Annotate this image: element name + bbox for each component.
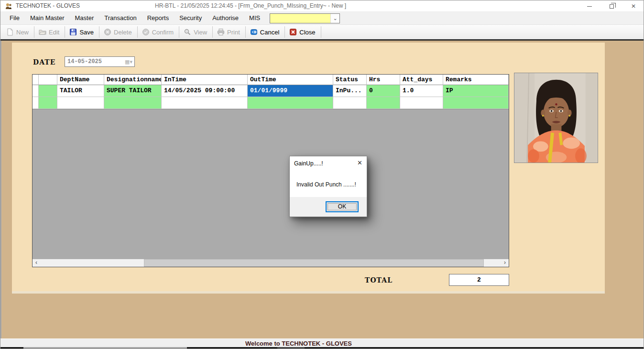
scrollbar-track[interactable] — [40, 259, 501, 267]
scrollbar-thumb[interactable] — [144, 259, 484, 267]
grid-header-indicator[interactable] — [39, 75, 57, 85]
total-label: TOTAL — [365, 276, 393, 284]
cancel-button-label: Cancel — [260, 29, 279, 36]
cell-attdays[interactable] — [400, 97, 443, 109]
row-header-cell[interactable] — [33, 85, 39, 97]
grid-header-intime[interactable]: InTime — [162, 75, 248, 85]
grid-header-remarks[interactable]: Remarks — [443, 75, 509, 85]
scroll-right-icon[interactable]: › — [501, 259, 509, 267]
menu-file[interactable]: File — [4, 12, 25, 24]
print-button[interactable]: Print — [214, 27, 244, 37]
cell-designationname[interactable] — [104, 97, 162, 109]
grid-header-attdays[interactable]: Att_days — [400, 75, 443, 85]
cell-outtime[interactable] — [248, 97, 333, 109]
grid-header-outtime[interactable]: OutTime — [248, 75, 333, 85]
toolbar-separator — [34, 26, 34, 38]
menu-master[interactable]: Master — [69, 12, 99, 24]
close-button[interactable]: ✕ — [622, 0, 644, 12]
menu-mis[interactable]: MIS — [244, 12, 265, 24]
cell-hrs[interactable]: 0 — [367, 85, 400, 97]
cancel-undo-icon — [250, 28, 258, 36]
quick-search-combobox[interactable]: ⌄ — [270, 13, 340, 23]
menu-main-master[interactable]: Main Master — [25, 12, 70, 24]
cell-intime[interactable] — [162, 97, 248, 109]
view-magnifier-icon — [184, 28, 191, 36]
dialog-title[interactable]: GainUp.....! — [294, 160, 323, 167]
menu-authorise[interactable]: Authorise — [207, 12, 244, 24]
attendance-grid: DeptName Designationname InTime OutTime … — [32, 74, 509, 267]
cell-status[interactable] — [333, 97, 367, 109]
bottom-edge-strip — [0, 347, 644, 349]
employee-photo-image — [514, 73, 598, 163]
dialog-close-icon[interactable]: ✕ — [357, 159, 362, 166]
grid-header-row: DeptName Designationname InTime OutTime … — [33, 75, 509, 85]
table-row: TAILOR SUPER TAILOR 14/05/2025 09:00:00 … — [33, 85, 509, 97]
cell-indicator[interactable] — [39, 97, 57, 109]
minimize-icon — [587, 6, 592, 7]
confirm-button[interactable]: Confirm — [139, 27, 178, 37]
menu-bar: File Main Master Master Transaction Repo… — [0, 12, 644, 24]
restore-button[interactable] — [600, 0, 622, 12]
row-header-cell[interactable] — [33, 97, 39, 109]
cancel-button[interactable]: Cancel — [247, 27, 283, 37]
new-document-icon — [6, 28, 14, 36]
print-printer-icon — [217, 28, 225, 36]
date-picker-value[interactable]: 14-05-2025 — [65, 58, 120, 65]
delete-circle-icon — [104, 28, 111, 36]
minimize-button[interactable] — [579, 0, 600, 12]
close-icon: ✕ — [631, 3, 636, 10]
status-bar-text: Welcome to TECHNOTEK - GLOVES — [0, 340, 597, 347]
cell-outtime-selected[interactable]: 01/01/9999 — [248, 85, 333, 97]
window-controls: ✕ — [579, 0, 644, 12]
cell-deptname[interactable]: TAILOR — [57, 85, 104, 97]
grid-corner-header[interactable] — [33, 75, 39, 85]
cell-remarks[interactable]: IP — [443, 85, 509, 97]
restore-icon — [610, 4, 614, 9]
delete-button[interactable]: Delete — [101, 27, 136, 37]
cell-status[interactable]: InPu... — [333, 85, 367, 97]
toolbar-separator — [321, 26, 321, 38]
confirm-button-label: Confirm — [152, 29, 174, 36]
calendar-icon[interactable]: ▦▾ — [120, 59, 134, 65]
cell-remarks[interactable] — [443, 97, 509, 109]
date-picker[interactable]: 14-05-2025 ▦▾ — [65, 56, 135, 67]
mdi-document-title: HR-BTL - 21/05/2025 12:24:45 - [Frm_One_… — [155, 2, 346, 9]
view-button[interactable]: View — [181, 27, 211, 37]
scroll-left-icon[interactable]: ‹ — [33, 259, 40, 267]
application-window: { "window": { "app_title": "TECHNOTEK - … — [0, 0, 644, 349]
cell-indicator[interactable] — [39, 85, 57, 97]
new-button-label: New — [16, 29, 29, 36]
cell-deptname[interactable] — [57, 97, 104, 109]
app-logo-icon — [5, 2, 12, 10]
delete-button-label: Delete — [114, 29, 132, 36]
dialog-message: Invalid Out Punch .......! — [296, 181, 356, 188]
ok-button[interactable]: OK — [326, 201, 359, 212]
view-button-label: View — [194, 29, 207, 36]
grid-header-hrs[interactable]: Hrs — [367, 75, 400, 85]
chevron-down-icon[interactable]: ⌄ — [330, 14, 339, 23]
menu-reports[interactable]: Reports — [142, 12, 175, 24]
save-button[interactable]: Save — [66, 27, 98, 37]
window-title: TECHNOTEK - GLOVES — [16, 2, 80, 9]
cell-designationname[interactable]: SUPER TAILOR — [104, 85, 162, 97]
print-button-label: Print — [227, 29, 240, 36]
title-bar[interactable]: TECHNOTEK - GLOVES HR-BTL - 21/05/2025 1… — [0, 0, 644, 12]
grid-empty-area — [33, 109, 509, 259]
cell-attdays[interactable]: 1.0 — [400, 85, 443, 97]
status-bar: Welcome to TECHNOTEK - GLOVES — [0, 338, 644, 347]
grid-header-designationname[interactable]: Designationname — [104, 75, 162, 85]
total-value-field[interactable]: 2 — [449, 274, 509, 286]
menu-security[interactable]: Security — [174, 12, 207, 24]
combobox-value[interactable] — [270, 14, 330, 23]
menu-transaction[interactable]: Transaction — [99, 12, 142, 24]
edit-button[interactable]: Edit — [36, 27, 63, 37]
new-button[interactable]: New — [3, 27, 33, 37]
cell-intime[interactable]: 14/05/2025 09:00:00 — [162, 85, 248, 97]
date-label: DATE — [33, 58, 55, 66]
cell-hrs[interactable] — [367, 97, 400, 109]
grid-header-status[interactable]: Status — [333, 75, 367, 85]
grid-header-deptname[interactable]: DeptName — [57, 75, 104, 85]
close-form-button[interactable]: Close — [286, 27, 319, 37]
toolbar-separator — [284, 26, 285, 38]
horizontal-scrollbar[interactable]: ‹ › — [33, 259, 509, 267]
